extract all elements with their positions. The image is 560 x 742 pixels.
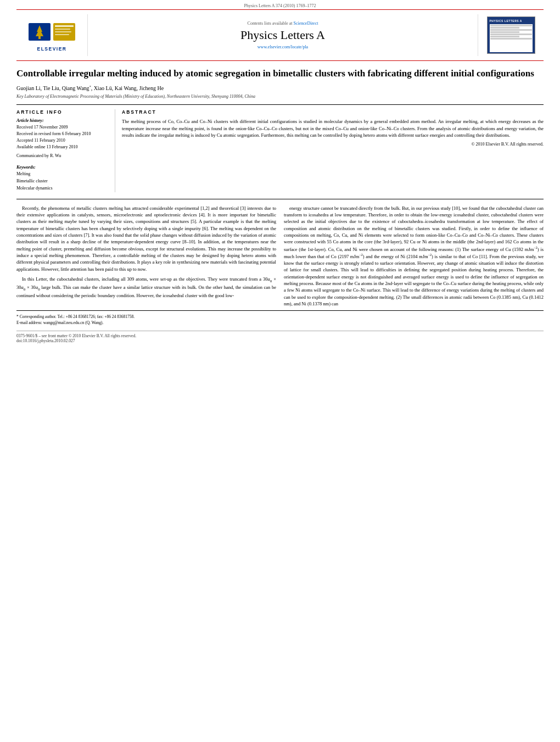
- received-date: Received 17 November 2009: [16, 124, 109, 131]
- cover-line-5: [490, 34, 532, 35]
- authors-line: Guojian Li, Tie Liu, Qiang Wang*, Xiao L…: [16, 85, 544, 91]
- keyword-1: Melting: [16, 171, 109, 178]
- svg-rect-8: [55, 34, 69, 35]
- body-left-column: Recently, the phenomena of metallic clus…: [16, 205, 276, 310]
- section-divider: [16, 199, 544, 199]
- revised-date: Received in revised form 6 February 2010: [16, 131, 109, 137]
- abstract-column: ABSTRACT The melting process of Co, Co–C…: [122, 109, 544, 192]
- article-title: Controllable irregular melting induced b…: [16, 68, 544, 80]
- journal-title: Physics Letters A: [240, 28, 325, 42]
- abstract-heading: ABSTRACT: [122, 109, 544, 115]
- journal-url[interactable]: www.elsevier.com/locate/pla: [257, 44, 308, 49]
- sciencedirect-link[interactable]: ScienceDirect: [294, 21, 318, 26]
- svg-rect-6: [55, 29, 70, 30]
- issn-line: 0375-9601/$ – see front matter © 2010 El…: [16, 333, 544, 338]
- affiliation-line: Key Laboratory of Electromagnetic Proces…: [16, 94, 544, 99]
- footnote-area: * Corresponding author. Tel.: +86 24 836…: [16, 310, 544, 326]
- page-wrapper: Physics Letters A 374 (2010) 1769–1772: [0, 0, 560, 742]
- cover-line-6: [490, 36, 519, 37]
- journal-top-bar: Physics Letters A 374 (2010) 1769–1772: [0, 0, 560, 9]
- header-section: ELSEVIER Contents lists available at Sci…: [16, 9, 544, 61]
- info-abstract-row: ARTICLE INFO Article history: Received 1…: [16, 104, 544, 192]
- keyword-3: Molecular dynamics: [16, 185, 109, 192]
- header-left: ELSEVIER: [16, 14, 88, 56]
- cover-line-3: [490, 29, 532, 31]
- keywords-section: Keywords: Melting Bimetallic cluster Mol…: [16, 165, 109, 192]
- article-content: Controllable irregular melting induced b…: [16, 61, 544, 310]
- body-left-p1: Recently, the phenomena of metallic clus…: [16, 205, 276, 272]
- elsevier-logo-container: ELSEVIER: [26, 19, 78, 52]
- accepted-date: Accepted 11 February 2010: [16, 137, 109, 144]
- svg-rect-4: [38, 36, 41, 39]
- elsevier-brand-text: ELSEVIER: [37, 46, 66, 52]
- keywords-label: Keywords:: [16, 165, 109, 170]
- cover-line-4: [490, 31, 519, 33]
- journal-cover-image: PHYSICS LETTERS A: [487, 16, 535, 54]
- bottom-bar: 0375-9601/$ – see front matter © 2010 El…: [16, 331, 544, 343]
- cover-line-1: [490, 25, 532, 26]
- header-center: Contents lists available at ScienceDirec…: [88, 14, 478, 56]
- corresponding-asterisk: *: [89, 85, 91, 88]
- article-info-heading: ARTICLE INFO: [16, 109, 109, 115]
- header-right: PHYSICS LETTERS A: [478, 14, 544, 56]
- cover-title: PHYSICS LETTERS A: [490, 19, 522, 23]
- svg-rect-5: [55, 25, 74, 27]
- svg-rect-7: [55, 31, 71, 32]
- history-label: Article history:: [16, 118, 109, 123]
- header-contents-text: Contents lists available at ScienceDirec…: [248, 21, 318, 26]
- cover-line-2: [490, 27, 519, 29]
- copyright-line: © 2010 Elsevier B.V. All rights reserved…: [122, 142, 544, 147]
- cover-line-7: [490, 38, 532, 40]
- body-left-p2: In this Letter, the cuboctahedral cluste…: [16, 276, 276, 299]
- authors-text: Guojian Li, Tie Liu, Qiang Wang*, Xiao L…: [16, 85, 164, 91]
- body-right-column: energy structure cannot be truncated dir…: [284, 205, 544, 310]
- available-date: Available online 13 February 2010: [16, 144, 109, 150]
- communicated-by: Communicated by R. Wu: [16, 153, 109, 159]
- abstract-text: The melting process of Co, Co–Cu and Co–…: [122, 118, 544, 138]
- body-columns: Recently, the phenomena of metallic clus…: [16, 205, 544, 310]
- article-info-column: ARTICLE INFO Article history: Received 1…: [16, 109, 115, 192]
- footnote-asterisk: * Corresponding author. Tel.: +86 24 836…: [16, 314, 544, 320]
- footnote-email: E-mail address: wangq@mail.neu.edu.cn (Q…: [16, 320, 544, 326]
- journal-citation: Physics Letters A 374 (2010) 1769–1772: [244, 3, 316, 8]
- doi-line[interactable]: doi:10.1016/j.physleta.2010.02.027: [16, 338, 544, 343]
- elsevier-logo-graphic: [26, 19, 78, 45]
- cover-body: [490, 24, 533, 53]
- keyword-2: Bimetallic cluster: [16, 178, 109, 185]
- body-right-p1: energy structure cannot be truncated dir…: [284, 205, 544, 307]
